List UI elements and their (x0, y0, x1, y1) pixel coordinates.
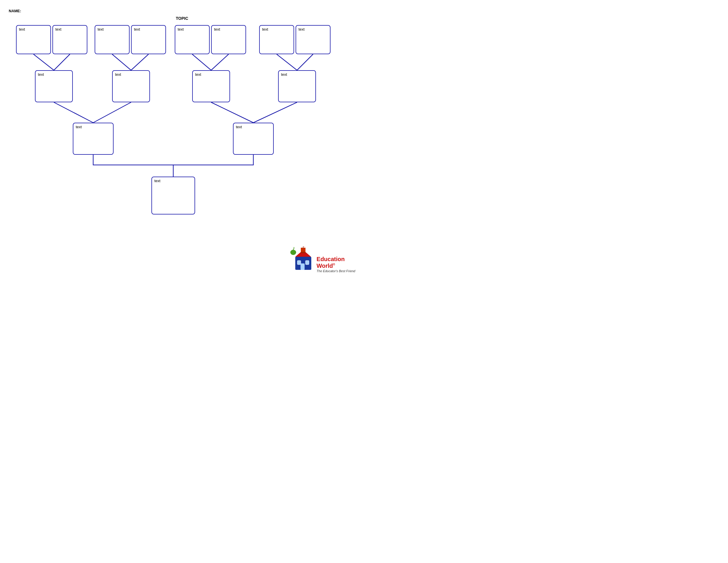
svg-rect-16 (301, 252, 305, 253)
name-label: NAME: (9, 9, 355, 13)
connector-lines (9, 25, 355, 273)
logo-brand-line1: Education (317, 256, 345, 262)
svg-line-10 (211, 102, 253, 123)
box-r1b7[interactable]: text (259, 25, 294, 54)
svg-point-12 (290, 250, 296, 255)
svg-line-4 (192, 54, 211, 70)
page: NAME: TOPIC (0, 0, 364, 282)
box-r2b2[interactable]: text (112, 70, 150, 102)
svg-rect-18 (305, 260, 309, 264)
logo-brand-line2: World® (317, 262, 335, 269)
box-r2b4[interactable]: text (278, 70, 316, 102)
svg-line-2 (112, 54, 131, 70)
box-r3b1[interactable]: text (73, 123, 114, 155)
svg-line-8 (54, 102, 93, 123)
svg-rect-17 (297, 260, 301, 264)
box-r4b1[interactable]: text (151, 176, 195, 214)
box-r2b1[interactable]: text (35, 70, 73, 102)
svg-line-6 (277, 54, 297, 70)
box-r3b2[interactable]: text (233, 123, 274, 155)
svg-line-9 (93, 102, 131, 123)
box-r1b4[interactable]: text (131, 25, 166, 54)
logo-tagline: The Educator's Best Friend (317, 269, 355, 273)
box-r1b5[interactable]: text (175, 25, 210, 54)
svg-line-0 (33, 54, 54, 70)
box-r1b6[interactable]: text (211, 25, 246, 54)
box-r1b3[interactable]: text (95, 25, 130, 54)
topic-label: TOPIC (9, 16, 355, 21)
box-r1b8[interactable]: text (296, 25, 331, 54)
svg-marker-21 (303, 246, 306, 247)
svg-line-5 (211, 54, 229, 70)
education-world-logo: Education World® The Educator's Best Fri… (288, 246, 355, 273)
svg-line-11 (253, 102, 297, 123)
svg-rect-19 (301, 263, 305, 270)
schoolhouse-icon (288, 246, 314, 273)
svg-line-3 (131, 54, 149, 70)
box-r2b3[interactable]: text (192, 70, 230, 102)
svg-line-1 (54, 54, 70, 70)
box-r1b1[interactable]: text (16, 25, 51, 54)
box-r1b2[interactable]: text (52, 25, 87, 54)
diagram: text text text text text text text text … (9, 25, 355, 273)
svg-line-7 (297, 54, 313, 70)
